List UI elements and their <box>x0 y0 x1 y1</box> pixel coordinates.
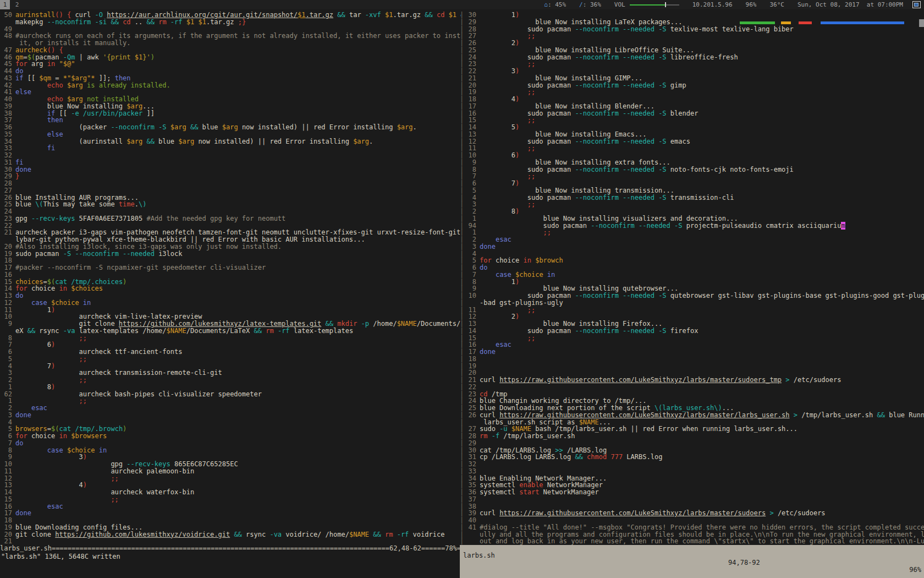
code-text: for choice in $browsers <box>15 432 107 440</box>
pane-separator: | <box>460 299 468 307</box>
pane-separator: | <box>460 159 468 166</box>
code-row: 16 esac <box>0 503 461 510</box>
pane-separator: | <box>460 412 468 419</box>
systray-display-icon-screen <box>914 3 919 7</box>
home-disk-icon: ⌂ <box>544 1 548 8</box>
line-number: 5 <box>468 187 476 194</box>
line-number: 1 <box>0 384 12 391</box>
scrollbar-thumb[interactable] <box>919 19 924 27</box>
line-number: 2 <box>468 236 476 243</box>
code-row: |22 <box>460 384 924 391</box>
vim-pane-left-larbs-user-sh[interactable]: 50aurinstall() { curl -O https://aur.arc… <box>0 12 461 545</box>
code-text: done <box>15 509 31 517</box>
code-row: |19 ;; <box>460 89 924 96</box>
code-row: |1 ;; <box>460 229 924 236</box>
code-row: 30done <box>0 166 461 173</box>
code-row: 31fi <box>0 159 461 166</box>
vim-pane-right-larbs-sh[interactable]: |30 1)|29 blue Now installing LaTeX pack… <box>460 12 924 545</box>
code-row: 15 ;; <box>0 496 461 503</box>
pane-separator: | <box>460 187 468 194</box>
line-number: 29 <box>468 440 476 447</box>
line-number: 20 <box>0 243 12 250</box>
code-row: 6for choice in $browsers <box>0 433 461 440</box>
code-text: #packer --noconfirm -S ncpamixer-git spe… <box>15 264 266 271</box>
code-row: 34 (aurinstall $arg && blue $arg now ins… <box>0 138 461 145</box>
meter-bar-green <box>740 21 775 24</box>
workspace-tag-2[interactable]: 2 <box>13 0 21 9</box>
line-number: 21 <box>0 229 12 236</box>
pane-separator: | <box>460 19 468 26</box>
code-text: done <box>480 243 496 250</box>
code-row: 12 case $choice in <box>0 299 461 307</box>
pane-separator: | <box>460 356 468 363</box>
code-row: |11 ;; <box>460 307 924 314</box>
pane-separator: | <box>460 243 468 250</box>
code-row: 2 ;; <box>0 377 461 384</box>
volume-slider-fill[interactable] <box>630 4 665 6</box>
code-text: for arg in "$@" <box>15 60 75 68</box>
code-row: |19 <box>460 363 924 370</box>
line-number: 9 <box>0 320 12 328</box>
statusline-active-right: larbs.sh 94,78-92 96% <box>460 545 924 578</box>
code-text: (packer --noconfirm -S $arg && blue $arg… <box>15 123 417 131</box>
pane-separator: | <box>460 47 468 54</box>
code-row: |31cp /LARBS.log LARBS.log && chmod 777 … <box>460 454 924 461</box>
ip-address: 10.201.5.96 <box>692 1 733 8</box>
line-number: 22 <box>468 384 476 391</box>
code-row: 36 (packer --noconfirm -S $arg && blue $… <box>0 124 461 131</box>
meter-bar-yellow <box>781 21 791 24</box>
pane-separator: | <box>460 152 468 159</box>
vim-command-line-message: "larbs.sh" 136L, 5648C written <box>1 553 120 560</box>
line-number: 2 <box>468 208 476 215</box>
code-text: done <box>15 411 31 419</box>
status-bar: 1 2 ⌂: 45% /: 36% VOL 10.201.5.96 96% 36… <box>0 0 924 9</box>
line-number: 26 <box>468 40 476 47</box>
line-number: 25 <box>468 405 476 412</box>
line-number: 2 <box>0 377 12 384</box>
volume-label: VOL <box>614 1 625 8</box>
line-number: 5 <box>0 356 12 363</box>
code-row: |out and log back in as your new user, t… <box>460 538 924 545</box>
line-number: 7 <box>0 440 12 447</box>
line-number: 31 <box>0 159 12 166</box>
line-number: 6 <box>468 264 476 271</box>
code-row: |7 case $choice in <box>460 271 924 279</box>
code-text: curl https://raw.githubusercontent.com/L… <box>480 509 826 517</box>
line-number: 28 <box>0 180 12 187</box>
code-row: 19sudo pacman -S --noconfirm --needed i3… <box>0 250 461 258</box>
code-row: 42 echo $arg is already installed. <box>0 82 461 89</box>
code-row: 17#packer --noconfirm -S ncpamixer-git s… <box>0 264 461 271</box>
status-readouts: ⌂: 45% /: 36% VOL 10.201.5.96 96% 36°C S… <box>544 0 903 9</box>
statusline-percent: 96% <box>909 566 921 574</box>
code-row: |18 <box>460 356 924 363</box>
volume-slider-track[interactable] <box>666 4 679 6</box>
line-number: 17 <box>0 264 12 271</box>
code-row: 33 fi <box>0 145 461 152</box>
line-number: 2 <box>0 405 12 412</box>
code-row: 23gpg --recv-keys 5FAF0A6EE7371805 #Add … <box>0 215 461 222</box>
code-row: |27 ;; <box>460 32 924 40</box>
pane-separator: | <box>460 96 468 103</box>
line-number: 18 <box>0 517 12 524</box>
code-row: |15 ;; <box>460 117 924 124</box>
code-text: (aurinstall $arg && blue $arg now instal… <box>15 138 373 145</box>
line-number: 14 <box>0 489 12 496</box>
line-number: 33 <box>468 468 476 475</box>
code-row: 25blue \(This may take some time.\) <box>0 201 461 208</box>
line-number: 39 <box>0 103 12 110</box>
pane-separator: | <box>460 271 468 279</box>
code-row: |3 ;; <box>460 201 924 208</box>
line-number: 18 <box>468 356 476 363</box>
terminal-window[interactable]: 50aurinstall() { curl -O https://aur.arc… <box>0 9 924 578</box>
volume-control[interactable]: VOL <box>614 1 679 8</box>
line-number: 37 <box>468 496 476 503</box>
code-text: blue \(This may take some time.\) <box>15 200 146 208</box>
code-row: makepkg --noconfirm -si && cd .. && rm -… <box>0 19 461 26</box>
code-row: |3done <box>460 243 924 250</box>
pane-separator: | <box>460 405 468 412</box>
line-number: 36 <box>468 489 476 496</box>
code-row: |28rm -f /tmp/larbs_user.sh <box>460 433 924 440</box>
workspace-tag-1[interactable]: 1 <box>0 0 10 9</box>
systray-display-icon[interactable] <box>912 1 921 8</box>
code-row: 38 if [[ -e /usr/bin/packer ]] <box>0 110 461 117</box>
